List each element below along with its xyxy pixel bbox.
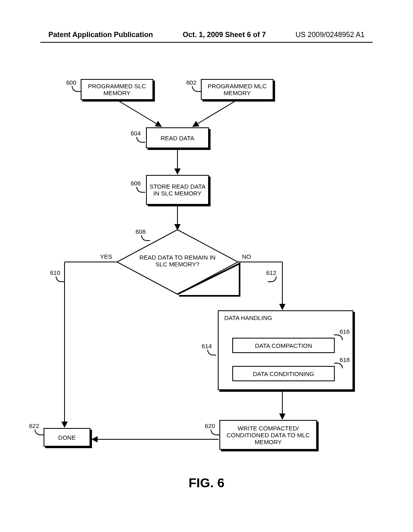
ref-622: 622 <box>29 422 39 429</box>
ref-616: 616 <box>340 328 350 335</box>
box-618-label: DATA CONDITIONING <box>253 370 314 377</box>
svg-line-0 <box>117 100 161 127</box>
box-620-write-mlc: WRITE COMPACTED/ CONDITIONED DATA TO MLC… <box>219 420 317 450</box>
box-600-label: PROGRAMMED SLC MEMORY <box>84 83 150 96</box>
box-622-done: DONE <box>44 428 90 447</box>
box-602-label: PROGRAMMED MLC MEMORY <box>204 83 270 96</box>
ref-612: 612 <box>266 269 276 276</box>
branch-no-label: NO <box>242 253 251 260</box>
box-600-programmed-slc: PROGRAMMED SLC MEMORY <box>81 79 153 100</box>
box-602-programmed-mlc: PROGRAMMED MLC MEMORY <box>201 79 273 100</box>
svg-line-1 <box>193 100 237 127</box>
ref-606: 606 <box>131 180 141 187</box>
box-618-data-conditioning: DATA CONDITIONING <box>232 366 335 381</box>
box-604-label: READ DATA <box>161 135 194 141</box>
ref-620: 620 <box>205 422 215 429</box>
ref-618: 618 <box>340 356 350 363</box>
ref-610: 610 <box>50 269 60 276</box>
branch-yes-label: YES <box>100 253 112 260</box>
box-604-read-data: READ DATA <box>146 127 209 148</box>
ref-604: 604 <box>131 130 141 137</box>
box-606-label: STORE READ DATA IN SLC MEMORY <box>149 183 206 197</box>
ref-602: 602 <box>186 79 196 86</box>
ref-600: 600 <box>66 79 76 86</box>
figure-label: FIG. 6 <box>0 476 413 490</box>
ref-608: 608 <box>136 228 146 235</box>
box-622-label: DONE <box>58 434 75 441</box>
box-614-label: DATA HANDLING <box>224 314 272 321</box>
box-606-store-read-data: STORE READ DATA IN SLC MEMORY <box>146 175 209 205</box>
box-616-label: DATA COMPACTION <box>255 342 312 349</box>
box-616-data-compaction: DATA COMPACTION <box>232 338 335 353</box>
ref-614: 614 <box>202 343 212 349</box>
diamond-608-text: READ DATA TO REMAIN IN SLC MEMORY? <box>137 254 218 268</box>
box-620-label: WRITE COMPACTED/ CONDITIONED DATA TO MLC… <box>223 425 314 445</box>
